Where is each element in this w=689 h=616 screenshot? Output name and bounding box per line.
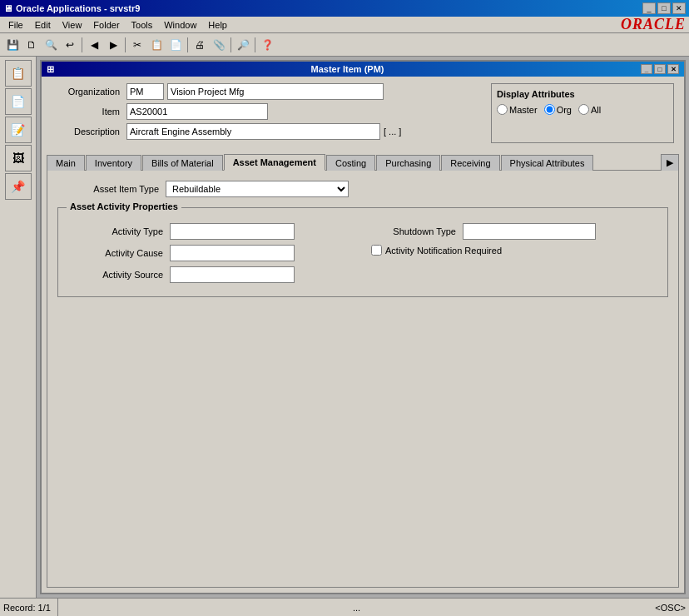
desc-input[interactable] — [126, 123, 380, 140]
toolbar-sep-5 — [255, 37, 255, 52]
menu-bar: File Edit View Folder Tools Window Help … — [0, 17, 689, 33]
org-row: Organization — [52, 83, 481, 100]
asset-item-type-select[interactable]: Rebuildable Asset None — [166, 181, 349, 197]
oracle-logo: ORACLE — [621, 16, 686, 33]
toolbar-help-btn[interactable]: ❓ — [258, 36, 276, 54]
shutdown-type-label: Shutdown Type — [371, 226, 463, 236]
toolbar-sep-1 — [82, 37, 82, 52]
tab-inventory[interactable]: Inventory — [86, 155, 141, 171]
notification-label: Activity Notification Required — [385, 246, 502, 256]
toolbar-cut-btn[interactable]: ✂ — [128, 36, 146, 54]
activity-group: Asset Activity Properties Activity Type … — [57, 207, 668, 297]
toolbar-attach-btn[interactable]: 📎 — [210, 36, 228, 54]
menu-file[interactable]: File — [3, 18, 28, 32]
toolbar-new-btn[interactable]: 🗋 — [22, 36, 41, 54]
activity-left-col: Activity Type Activity Cause Activity So… — [70, 223, 354, 288]
display-attributes-panel: Display Attributes Master Org All — [491, 83, 674, 143]
toolbar-sep-4 — [230, 37, 231, 52]
radio-org-label: Org — [557, 105, 572, 115]
toolbar-back-btn[interactable]: ↩ — [61, 36, 79, 54]
shutdown-type-input[interactable] — [463, 223, 596, 240]
status-middle: ... — [65, 603, 648, 613]
desc-row: Description [ ... ] — [52, 123, 481, 140]
inner-window-icon: ⊞ — [47, 64, 54, 75]
tab-bills-of-material[interactable]: Bills of Material — [142, 155, 223, 171]
toolbar-print-btn[interactable]: 🖨 — [191, 36, 209, 54]
toolbar: 💾 🗋 🔍 ↩ ◀ ▶ ✂ 📋 📄 🖨 📎 🔎 ❓ — [0, 33, 689, 57]
radio-master[interactable]: Master — [497, 104, 538, 115]
menu-view[interactable]: View — [57, 18, 87, 32]
notification-row: Activity Notification Required — [371, 245, 656, 256]
sidebar-btn-3[interactable]: 📝 — [5, 117, 32, 143]
menu-window[interactable]: Window — [159, 18, 201, 32]
menu-edit[interactable]: Edit — [30, 18, 56, 32]
toolbar-prev-btn[interactable]: ◀ — [85, 36, 103, 54]
org-code-input[interactable] — [126, 83, 164, 100]
activity-type-input[interactable] — [170, 223, 295, 240]
activity-cause-input[interactable] — [170, 245, 295, 261]
desc-label: Description — [52, 127, 126, 137]
minimize-button[interactable]: _ — [642, 2, 656, 14]
app-icon: 🖥 — [3, 3, 12, 13]
radio-all-input[interactable] — [578, 104, 589, 115]
inner-maximize-btn[interactable]: □ — [654, 64, 666, 74]
menu-help[interactable]: Help — [203, 18, 232, 32]
toolbar-next-btn[interactable]: ▶ — [104, 36, 122, 54]
notification-checkbox[interactable] — [371, 245, 382, 256]
asset-item-type-row: Asset Item Type Rebuildable Asset None — [57, 181, 668, 197]
record-text: Record: 1/1 — [3, 603, 51, 613]
tab-main[interactable]: Main — [47, 155, 85, 171]
toolbar-paste-btn[interactable]: 📄 — [166, 36, 185, 54]
form-left: Organization Item Description [ ... ] — [52, 83, 481, 143]
sidebar-btn-2[interactable]: 📄 — [5, 88, 32, 115]
status-osc-text: <OSC> — [655, 603, 686, 613]
inner-window-title: Master Item (PM) — [310, 64, 384, 74]
tab-purchasing[interactable]: Purchasing — [376, 155, 440, 171]
form-area: Organization Item Description [ ... ] — [42, 77, 684, 150]
sidebar-btn-4[interactable]: 🖼 — [5, 145, 32, 171]
inner-close-btn[interactable]: ✕ — [667, 64, 679, 74]
toolbar-zoom-in-btn[interactable]: 🔎 — [234, 36, 252, 54]
inner-title-controls: _ □ ✕ — [641, 64, 679, 74]
status-bar: Record: 1/1 ... <OSC> — [0, 598, 689, 616]
activity-source-input[interactable] — [170, 266, 295, 283]
org-label: Organization — [52, 87, 126, 97]
display-attr-title: Display Attributes — [497, 89, 668, 99]
item-row: Item — [52, 103, 481, 120]
maximize-button[interactable]: □ — [657, 2, 671, 14]
radio-org[interactable]: Org — [544, 104, 572, 115]
inner-minimize-btn[interactable]: _ — [641, 64, 652, 74]
sidebar-btn-1[interactable]: 📋 — [5, 60, 32, 87]
content-area: ⊞ Master Item (PM) _ □ ✕ Organization — [37, 57, 689, 598]
toolbar-copy-btn[interactable]: 📋 — [147, 36, 166, 54]
menu-tools[interactable]: Tools — [126, 18, 158, 32]
tab-physical-attributes[interactable]: Physical Attributes — [501, 155, 594, 171]
status-record: Record: 1/1 — [3, 599, 58, 616]
radio-all[interactable]: All — [578, 104, 601, 115]
close-button[interactable]: ✕ — [672, 2, 686, 14]
tab-costing[interactable]: Costing — [326, 155, 375, 171]
item-label: Item — [52, 107, 126, 117]
toolbar-sep-3 — [187, 37, 188, 52]
inner-window: ⊞ Master Item (PM) _ □ ✕ Organization — [40, 60, 686, 594]
radio-org-input[interactable] — [544, 104, 555, 115]
org-name-input[interactable] — [167, 83, 384, 100]
tab-next-arrow[interactable]: ▶ — [661, 154, 679, 171]
menu-folder[interactable]: Folder — [88, 18, 124, 32]
sidebar: 📋 📄 📝 🖼 📌 — [0, 57, 37, 598]
tab-receiving[interactable]: Receiving — [441, 155, 499, 171]
main-area: 📋 📄 📝 🖼 📌 ⊞ Master Item (PM) _ □ ✕ — [0, 57, 689, 598]
tab-asset-management[interactable]: Asset Management — [224, 154, 325, 171]
activity-type-row: Activity Type — [70, 223, 354, 240]
activity-fields: Activity Type Activity Cause Activity So… — [70, 223, 656, 288]
bracket-text: [ ... ] — [384, 127, 401, 137]
title-bar-left: 🖥 Oracle Applications - srvstr9 — [3, 3, 140, 13]
toolbar-find-btn[interactable]: 🔍 — [42, 36, 60, 54]
activity-group-title: Asset Activity Properties — [67, 201, 181, 211]
sidebar-btn-5[interactable]: 📌 — [5, 173, 32, 200]
radio-all-label: All — [591, 105, 601, 115]
activity-right-col: Shutdown Type Activity Notification Requ… — [371, 223, 656, 288]
item-input[interactable] — [126, 103, 268, 120]
toolbar-save-btn[interactable]: 💾 — [3, 36, 22, 54]
radio-master-input[interactable] — [497, 104, 508, 115]
